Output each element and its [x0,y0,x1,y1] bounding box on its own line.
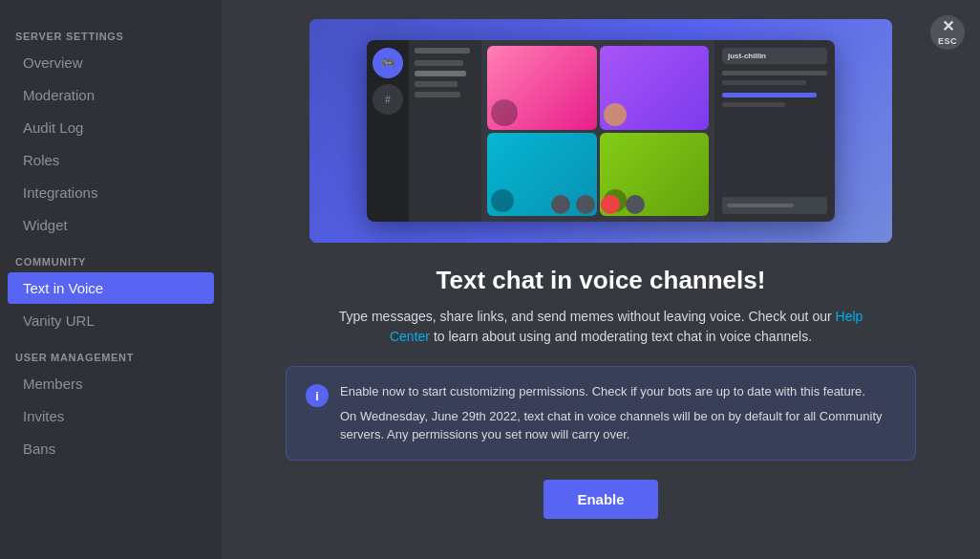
sidebar: SERVER SETTINGS Overview Moderation Audi… [0,0,222,559]
mockup-channel-bar [415,92,460,97]
mockup-channel-bar [415,71,466,76]
subtitle-text: Type messages, share links, and send mem… [339,309,832,324]
close-button[interactable]: ✕ ESC [930,15,965,50]
enable-button[interactable]: Enable [543,480,658,519]
community-section-label: COMMUNITY [0,248,222,271]
sidebar-item-label: Widget [23,217,68,233]
sidebar-item-label: Members [23,376,83,392]
mockup-channels [409,40,481,222]
info-line-1: Enable now to start customizing permissi… [340,382,896,401]
info-text: Enable now to start customizing permissi… [340,382,896,444]
main-content: ✕ ESC 🎮 # [222,0,980,559]
mockup-input-placeholder [727,204,794,207]
mockup-video-cell-1 [487,46,597,130]
mockup-video-grid [481,40,714,222]
close-icon: ✕ [942,19,954,34]
mockup-channel-bar [415,60,463,66]
sidebar-item-widget[interactable]: Widget [8,209,214,241]
mockup-discord-icon: 🎮 [373,48,403,78]
discord-mockup: 🎮 # [367,40,835,222]
mockup-channel-bar [415,48,470,54]
server-settings-section-label: SERVER SETTINGS [0,23,222,46]
sidebar-item-label: Overview [23,54,83,71]
sidebar-item-label: Audit Log [23,119,83,136]
hero-inner: 🎮 # [309,19,892,243]
mockup-app-sidebar: 🎮 # [367,40,409,222]
mockup-video-cell-2 [600,46,710,130]
sidebar-item-roles[interactable]: Roles [8,144,214,176]
mockup-right-panel: just-chillin [714,40,835,222]
mockup-right-bar [722,71,827,75]
sidebar-item-members[interactable]: Members [8,368,214,399]
sidebar-item-label: Bans [23,441,55,457]
content-subtitle: Type messages, share links, and send mem… [324,307,878,347]
mockup-message-input [722,197,827,214]
sidebar-item-label: Invites [23,408,64,424]
sidebar-item-integrations[interactable]: Integrations [8,177,214,208]
info-line-2: On Wednesday, June 29th 2022, text chat … [340,407,896,444]
info-icon: i [306,384,329,407]
sidebar-item-label: Vanity URL [23,312,95,329]
user-management-section-label: USER MANAGEMENT [0,344,222,367]
hero-image: 🎮 # [309,19,892,243]
page-title: Text chat in voice channels! [437,266,766,295]
info-box: i Enable now to start customizing permis… [286,366,916,461]
mockup-right-bar [722,80,806,85]
sidebar-item-invites[interactable]: Invites [8,400,214,432]
sidebar-item-label: Roles [23,152,59,168]
sidebar-item-vanity-url[interactable]: Vanity URL [8,305,214,336]
sidebar-item-label: Text in Voice [23,280,103,296]
sidebar-item-label: Moderation [23,87,95,103]
sidebar-item-text-in-voice[interactable]: Text in Voice [8,272,214,304]
sidebar-item-bans[interactable]: Bans [8,433,214,464]
mockup-right-bar [722,102,785,107]
sidebar-item-audit-log[interactable]: Audit Log [8,112,214,143]
sidebar-item-moderation[interactable]: Moderation [8,79,214,111]
mockup-server-name: just-chillin [722,48,827,64]
esc-label: ESC [938,36,957,46]
mockup-server-icon: # [373,84,403,115]
mockup-controls [551,195,645,214]
subtitle-suffix: to learn about using and moderating text… [434,329,812,344]
sidebar-item-overview[interactable]: Overview [8,47,214,78]
sidebar-item-label: Integrations [23,184,97,201]
mockup-right-accent-bar [722,93,817,97]
mockup-channel-bar [415,81,458,87]
